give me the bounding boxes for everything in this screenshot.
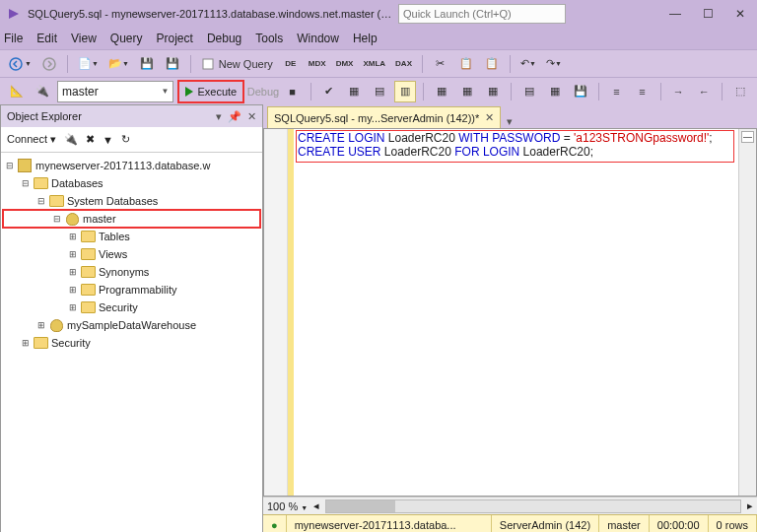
- quick-launch-input[interactable]: [398, 4, 566, 24]
- estimated-plan-button[interactable]: ▦: [343, 81, 365, 102]
- filter-icon[interactable]: ▼: [103, 134, 113, 146]
- tab-dropdown-icon[interactable]: ▾: [507, 115, 513, 128]
- tree-system-databases[interactable]: ⊟System Databases: [3, 192, 260, 210]
- new-project-button[interactable]: 📄▼: [75, 53, 102, 75]
- hscroll-right-icon[interactable]: ▸: [747, 499, 753, 512]
- ruler-icon[interactable]: 📐: [6, 81, 28, 102]
- tree-views[interactable]: ⊞Views: [3, 245, 260, 263]
- menu-edit[interactable]: Edit: [36, 32, 57, 45]
- tree-security-db[interactable]: ⊞Security: [3, 299, 260, 316]
- status-time: 00:00:00: [650, 515, 709, 532]
- hscroll-left-icon[interactable]: ◂: [313, 499, 319, 512]
- hscrollbar[interactable]: [325, 499, 741, 513]
- toolbar-standard: ▼ 📄▼ 📂▼ 💾 💾 New Query DE MDX DMX XMLA DA…: [0, 49, 757, 77]
- dropdown-icon[interactable]: ▾: [216, 110, 222, 123]
- object-explorer-titlebar: Object Explorer ▾ 📌 ✕: [1, 105, 262, 127]
- query-options-button[interactable]: ▤: [369, 81, 390, 102]
- status-user: ServerAdmin (142): [492, 515, 599, 532]
- minimize-icon[interactable]: —: [669, 7, 681, 21]
- copy-button[interactable]: 📋: [455, 53, 477, 75]
- status-rows: 0 rows: [709, 515, 757, 532]
- menu-help[interactable]: Help: [353, 32, 378, 45]
- refresh-icon[interactable]: ↻: [121, 133, 130, 146]
- uncomment-button[interactable]: ≡: [632, 81, 654, 102]
- editor-area: SQLQuery5.sql - my...ServerAdmin (142))*…: [263, 104, 757, 532]
- menu-debug[interactable]: Debug: [207, 32, 241, 45]
- redo-button[interactable]: ↷▼: [543, 53, 565, 75]
- play-icon: [185, 87, 193, 97]
- cut-button[interactable]: ✂: [430, 53, 451, 75]
- code-editor[interactable]: CREATE LOGIN LoaderRC20 WITH PASSWORD = …: [263, 128, 757, 497]
- close-tab-icon[interactable]: ✕: [485, 111, 494, 124]
- actual-plan-button[interactable]: ▦: [431, 81, 452, 102]
- intellisense-button[interactable]: ▥: [394, 81, 416, 102]
- connect-button[interactable]: Connect ▾: [7, 133, 56, 146]
- menu-project[interactable]: Project: [157, 32, 193, 45]
- highlight-box: [296, 130, 734, 163]
- tree-databases[interactable]: ⊟Databases: [3, 174, 260, 192]
- tree-master[interactable]: ⊟master: [3, 210, 260, 228]
- toolbar-sql: 📐 🔌 master ▼ Execute Debug ■ ✔ ▦ ▤ ▥ ▦ ▦…: [0, 77, 757, 104]
- vscrollbar[interactable]: —: [738, 129, 756, 496]
- outdent-button[interactable]: ←: [693, 81, 715, 102]
- tree-server[interactable]: ⊟mynewserver-20171113.database.w: [3, 157, 260, 174]
- dax-query-button[interactable]: DAX: [392, 53, 415, 75]
- forward-button[interactable]: [38, 53, 60, 75]
- execute-button[interactable]: Execute: [177, 80, 244, 103]
- xmla-query-button[interactable]: XMLA: [360, 53, 388, 75]
- tree-security-server[interactable]: ⊞Security: [3, 334, 260, 352]
- back-button[interactable]: ▼: [6, 53, 34, 75]
- specify-values-button[interactable]: ⬚: [729, 81, 751, 102]
- code-text[interactable]: CREATE LOGIN LoaderRC20 WITH PASSWORD = …: [294, 129, 738, 496]
- zoom-bar: 100 % ▼ ◂ ▸: [263, 497, 757, 514]
- object-explorer-panel: Object Explorer ▾ 📌 ✕ Connect ▾ 🔌 ✖ ▼ ↻ …: [0, 104, 263, 532]
- indent-button[interactable]: →: [667, 81, 689, 102]
- dmx-query-button[interactable]: DMX: [333, 53, 357, 75]
- chevron-down-icon: ▼: [162, 87, 170, 96]
- debug-button[interactable]: Debug: [248, 81, 277, 102]
- editor-tab[interactable]: SQLQuery5.sql - my...ServerAdmin (142))*…: [267, 106, 501, 128]
- menu-view[interactable]: View: [71, 32, 97, 45]
- undo-button[interactable]: ↶▼: [517, 53, 539, 75]
- query-status-strip: ● mynewserver-20171113.databa... ServerA…: [263, 514, 757, 532]
- save-button[interactable]: 💾: [136, 53, 158, 75]
- live-stats-button[interactable]: ▦: [456, 81, 478, 102]
- results-file-button[interactable]: 💾: [570, 81, 591, 102]
- tree-tables[interactable]: ⊞Tables: [3, 228, 260, 245]
- maximize-icon[interactable]: ☐: [703, 7, 714, 21]
- results-text-button[interactable]: ▤: [518, 81, 540, 102]
- menu-tools[interactable]: Tools: [255, 32, 283, 45]
- new-query-button[interactable]: New Query: [198, 53, 276, 75]
- de-query-button[interactable]: DE: [280, 53, 302, 75]
- status-db: master: [599, 515, 650, 532]
- close-panel-icon[interactable]: ✕: [247, 110, 256, 123]
- split-icon[interactable]: —: [741, 131, 754, 143]
- paste-button[interactable]: 📋: [481, 53, 503, 75]
- close-icon[interactable]: ✕: [735, 7, 745, 21]
- tree-programmability[interactable]: ⊞Programmability: [3, 281, 260, 299]
- mdx-query-button[interactable]: MDX: [306, 53, 329, 75]
- object-explorer-title: Object Explorer: [7, 110, 82, 122]
- menu-query[interactable]: Query: [110, 32, 143, 45]
- connection-status: ●: [263, 515, 287, 532]
- change-connection-button[interactable]: 🔌: [32, 81, 53, 102]
- results-grid-button[interactable]: ▦: [544, 81, 566, 102]
- disconnect-icon[interactable]: 🔌: [64, 133, 78, 146]
- menu-file[interactable]: File: [4, 32, 23, 45]
- svg-marker-0: [9, 9, 19, 19]
- save-all-button[interactable]: 💾: [162, 53, 183, 75]
- stop-icon[interactable]: ✖: [86, 133, 95, 146]
- comment-button[interactable]: ≡: [606, 81, 628, 102]
- menu-window[interactable]: Window: [297, 32, 339, 45]
- zoom-level[interactable]: 100 % ▼: [267, 500, 308, 512]
- tree-sample-dw[interactable]: ⊞mySampleDataWarehouse: [3, 316, 260, 334]
- pin-icon[interactable]: 📌: [228, 110, 241, 123]
- tree-synonyms[interactable]: ⊞Synonyms: [3, 263, 260, 281]
- client-stats-button[interactable]: ▦: [482, 81, 504, 102]
- parse-button[interactable]: ✔: [317, 81, 339, 102]
- object-explorer-tree[interactable]: ⊟mynewserver-20171113.database.w ⊟Databa…: [1, 153, 262, 532]
- menu-bar: File Edit View Query Project Debug Tools…: [0, 28, 757, 49]
- database-dropdown[interactable]: master ▼: [57, 81, 173, 102]
- cancel-query-button[interactable]: ■: [282, 81, 304, 102]
- open-button[interactable]: 📂▼: [105, 53, 132, 75]
